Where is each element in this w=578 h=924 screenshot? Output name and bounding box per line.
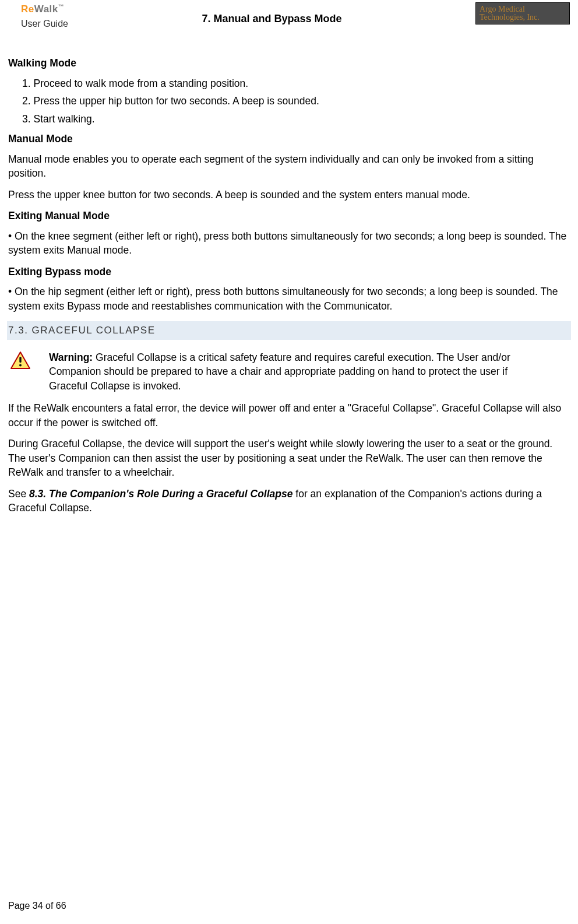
warning-label: Warning:: [49, 352, 96, 363]
list-item: 3. Start walking.: [8, 112, 570, 127]
exiting-manual-p1: • On the knee segment (either left or ri…: [8, 229, 570, 258]
section-bar: 7.3. GRACEFUL COLLAPSE: [7, 321, 571, 340]
company-name-bottom: Technologies, Inc.: [480, 12, 540, 23]
list-item: 1. Proceed to walk mode from a standing …: [8, 76, 570, 91]
manual-mode-heading: Manual Mode: [8, 132, 570, 146]
graceful-p1: If the ReWalk encounters a fatal error, …: [8, 401, 570, 430]
graceful-p2: During Graceful Collapse, the device wil…: [8, 437, 570, 480]
header-left: ReWalk™ User Guide: [8, 2, 68, 30]
walking-mode-steps: 1. Proceed to walk mode from a standing …: [8, 76, 570, 127]
svg-rect-1: [19, 357, 21, 363]
manual-mode-p1: Manual mode enables you to operate each …: [8, 152, 570, 181]
graceful-see: See 8.3. The Companion's Role During a G…: [8, 487, 570, 515]
exiting-bypass-heading: Exiting Bypass mode: [8, 265, 570, 279]
chapter-title: 7. Manual and Bypass Mode: [202, 2, 341, 26]
svg-point-2: [19, 364, 22, 366]
page-header: ReWalk™ User Guide 7. Manual and Bypass …: [8, 0, 570, 42]
company-badge: Argo Medical Technologies, Inc.: [475, 2, 570, 24]
warning-block: Warning: Graceful Collapse is a critical…: [8, 350, 570, 394]
list-item: 2. Press the upper hip button for two se…: [8, 94, 570, 108]
warning-body: Graceful Collapse is a critical safety f…: [49, 352, 510, 392]
logo: ReWalk™: [21, 2, 68, 16]
logo-re: Re: [21, 3, 34, 15]
see-prefix: See: [8, 488, 29, 500]
logo-tm: ™: [58, 3, 64, 9]
manual-mode-p2: Press the upper knee button for two seco…: [8, 188, 570, 202]
exiting-bypass-p1: • On the hip segment (either left or rig…: [8, 284, 570, 313]
user-guide-label: User Guide: [21, 16, 68, 30]
page-footer: Page 34 of 66: [8, 900, 66, 912]
cross-reference: 8.3. The Companion's Role During a Grace…: [29, 488, 292, 500]
warning-text: Warning: Graceful Collapse is a critical…: [33, 350, 570, 394]
walking-mode-heading: Walking Mode: [8, 56, 570, 71]
logo-walk: Walk: [34, 3, 58, 15]
body-content: Walking Mode 1. Proceed to walk mode fro…: [8, 42, 570, 515]
warning-icon: [8, 350, 33, 369]
exiting-manual-heading: Exiting Manual Mode: [8, 209, 570, 223]
